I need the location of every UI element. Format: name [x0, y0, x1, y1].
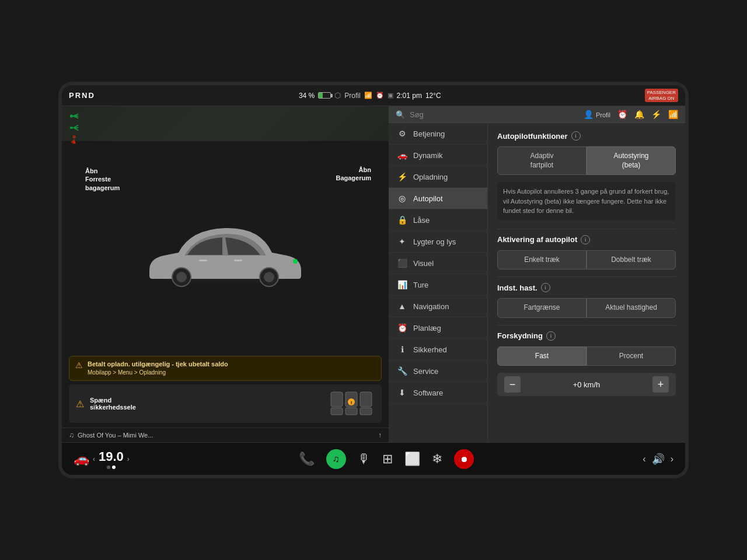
svg-rect-20: [345, 408, 357, 415]
battery-percentage: 34 %: [299, 92, 315, 100]
navigation-icon: ▲: [397, 302, 407, 311]
top-bar-right: PASSENGER AIRBAG ON: [645, 89, 678, 102]
laase-icon: 🔒: [397, 215, 407, 225]
service-icon: 🔧: [397, 366, 407, 376]
map-background: [62, 106, 389, 141]
sidebar-item-dynamik[interactable]: 🚗 Dynamik: [389, 145, 487, 166]
activation-mode-group: Enkelt træk Dobbelt træk: [497, 250, 676, 270]
planlaeg-label: Planlæg: [413, 324, 441, 332]
search-bar: 🔍 Søg 👤 Profil ⏰ 🔔 ⚡ 📶: [389, 106, 685, 123]
sidebar-item-lygter[interactable]: ✦ Lygter og lys: [389, 231, 487, 253]
nav-right-arrow[interactable]: ›: [671, 454, 673, 464]
right-panel: 🔍 Søg 👤 Profil ⏰ 🔔 ⚡ 📶 ⚙ Betjening: [389, 106, 685, 442]
grid-icon[interactable]: ⊞: [382, 452, 393, 467]
speed-offset-row: − +0 km/h +: [497, 373, 676, 396]
ture-label: Ture: [413, 281, 428, 289]
spotify-button[interactable]: ♫: [326, 449, 346, 469]
seatbelt-warning-icon: ⚠: [76, 398, 84, 410]
activation-title: Aktivering af autopilot i: [497, 235, 676, 244]
car-status-icon[interactable]: 🚗: [74, 452, 89, 467]
speed-dot-2: [112, 466, 116, 469]
visuel-label: Visuel: [413, 259, 434, 268]
content-row: ⚙ Betjening 🚗 Dynamik ⚡ Opladning ◎ Auto…: [389, 123, 685, 442]
sidebar-item-software[interactable]: ⬇ Software: [389, 382, 487, 404]
sidebar-item-sikkerhed[interactable]: ℹ Sikkerhed: [389, 339, 487, 360]
alarm-icon: ⏰: [376, 92, 384, 99]
betjening-icon: ⚙: [397, 129, 407, 138]
adaptive-cruise-btn[interactable]: Adaptiv fartpilot: [497, 146, 587, 175]
betjening-label: Betjening: [413, 130, 445, 138]
double-pull-btn[interactable]: Dobbelt træk: [587, 250, 676, 270]
sidebar-item-autopilot[interactable]: ◎ Autopilot: [389, 188, 487, 209]
profile-icon[interactable]: 👤 Profil: [584, 110, 610, 119]
activation-info-icon[interactable]: i: [581, 235, 590, 244]
fan-icon[interactable]: ❄: [432, 452, 442, 467]
autosteer-btn[interactable]: Autostyring (beta): [587, 146, 676, 175]
volume-icon[interactable]: 🔊: [652, 453, 665, 466]
sidebar-item-betjening[interactable]: ⚙ Betjening: [389, 123, 487, 145]
offset-mode-group: Fast Procent: [497, 346, 676, 366]
visuel-icon: ⬛: [397, 258, 407, 268]
battery-icon: [318, 92, 331, 99]
svg-rect-22: [360, 408, 372, 415]
search-input[interactable]: Søg: [410, 110, 579, 119]
speed-mode-group: Fartgrænse Aktuel hastighed: [497, 298, 676, 318]
music-note-icon: ♫: [69, 431, 74, 439]
seat-diagram: !: [328, 389, 375, 418]
speed-arrow-left[interactable]: ‹: [93, 455, 95, 463]
sidebar-item-opladning[interactable]: ⚡ Opladning: [389, 166, 487, 188]
current-speed-btn[interactable]: Aktuel hastighed: [587, 298, 676, 318]
alarm-settings-icon[interactable]: ⏰: [617, 110, 627, 119]
nav-left-arrow[interactable]: ‹: [643, 454, 645, 464]
single-pull-btn[interactable]: Enkelt træk: [497, 250, 587, 270]
bluetooth-icon[interactable]: ⚡: [651, 110, 661, 119]
notification-bell-icon[interactable]: 🔔: [634, 110, 644, 119]
topbar-icons: 👤 Profil ⏰ 🔔 ⚡ 📶: [584, 110, 678, 119]
sidebar-item-planlaeg[interactable]: ⏰ Planlæg: [389, 317, 487, 339]
speed-row: 19.0: [99, 449, 124, 464]
trunk-label[interactable]: Åbn Bagagerum: [336, 166, 371, 183]
speed-info-icon[interactable]: i: [541, 283, 550, 292]
top-bar-center: 34 % ⬡ Profil 📶 ⏰ ▣ 2:01 pm 12°C: [299, 91, 441, 100]
sidebar-item-laase[interactable]: 🔒 Låse: [389, 209, 487, 231]
frunk-label[interactable]: Åbn Forreste bagagerum: [85, 167, 120, 192]
offset-info-icon[interactable]: i: [546, 331, 556, 341]
percent-btn[interactable]: Procent: [587, 346, 676, 366]
speed-arrow-right[interactable]: ›: [127, 455, 130, 463]
opladning-icon: ⚡: [397, 172, 407, 181]
lygter-label: Lygter og lys: [413, 237, 456, 246]
speed-dots: [107, 466, 116, 469]
divider-1: [497, 229, 676, 229]
nav-arrows-right: ›: [671, 454, 673, 464]
bottom-right: ‹ 🔊 ›: [643, 453, 673, 466]
main-area: Åbn Forreste bagagerum Åbn Bagagerum: [62, 106, 685, 442]
svg-point-13: [264, 272, 274, 282]
phone-icon[interactable]: 📞: [299, 452, 315, 467]
wifi-icon: 📶: [364, 92, 372, 99]
speed-value: 19.0: [99, 449, 124, 464]
map-icon: ⬡: [334, 91, 341, 100]
offset-minus-btn[interactable]: −: [504, 376, 521, 393]
search-icon: 🔍: [396, 110, 405, 119]
sidebar-item-navigation[interactable]: ▲ Navigation: [389, 296, 487, 317]
fast-btn[interactable]: Fast: [497, 346, 587, 366]
wifi-settings-icon[interactable]: 📶: [668, 110, 678, 119]
speed-dot-1: [107, 466, 110, 469]
sidebar-item-visuel[interactable]: ⬛ Visuel: [389, 253, 487, 274]
notif-warning-icon: ⚠: [75, 360, 83, 370]
sikkerhed-label: Sikkerhed: [413, 345, 447, 354]
offset-plus-btn[interactable]: +: [652, 376, 669, 393]
speed-title: Indst. hast. i: [497, 283, 676, 292]
profile-top-link[interactable]: Profil: [344, 92, 360, 100]
podcasts-icon[interactable]: 🎙: [358, 452, 371, 467]
sidebar-item-service[interactable]: 🔧 Service: [389, 360, 487, 382]
apps-icon[interactable]: ⬜: [404, 452, 420, 467]
speed-limit-btn[interactable]: Fartgrænse: [497, 298, 587, 318]
autopilot-mode-group: Adaptiv fartpilot Autostyring (beta): [497, 146, 676, 175]
sidebar-item-ture[interactable]: 📊 Ture: [389, 274, 487, 296]
autopilot-info-icon[interactable]: i: [571, 131, 581, 141]
record-button[interactable]: ⏺: [454, 449, 474, 469]
svg-point-11: [176, 272, 187, 282]
bottom-center: 📞 ♫ 🎙 ⊞ ⬜ ❄ ⏺: [299, 449, 474, 469]
cellular-icon: ▣: [388, 92, 393, 99]
